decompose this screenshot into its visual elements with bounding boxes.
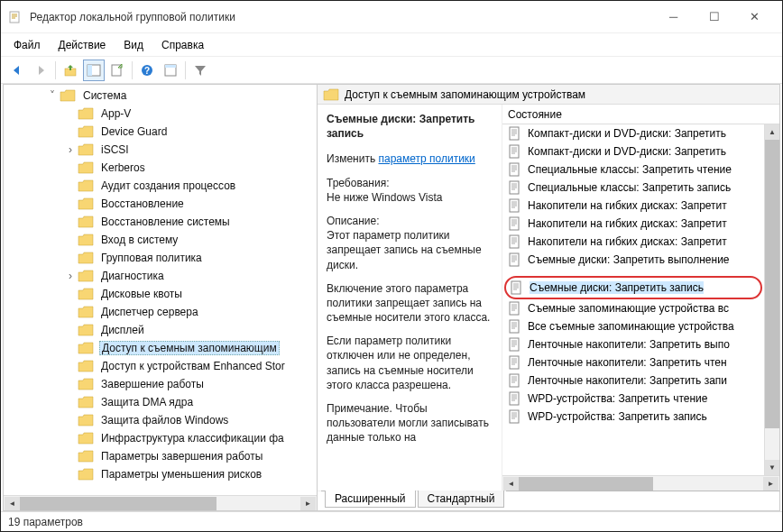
policy-item[interactable]: Съемные запоминающие устройства вс xyxy=(502,299,764,317)
tree-node[interactable]: Доступ к съемным запоминающим xyxy=(65,339,317,357)
maximize-button[interactable]: ☐ xyxy=(694,5,734,30)
svg-rect-8 xyxy=(165,65,176,68)
back-button[interactable] xyxy=(6,60,28,81)
policy-hscroll[interactable]: ◄ ► xyxy=(502,475,779,491)
description-panel: Cъемные диски: Запретить запись Изменить… xyxy=(318,105,502,491)
tree-node[interactable]: Параметры уменьшения рисков xyxy=(65,465,317,483)
menu-bar: Файл Действие Вид Справка xyxy=(1,33,782,57)
show-hide-tree-button[interactable] xyxy=(83,60,105,81)
tree-node[interactable]: Аудит создания процессов xyxy=(65,177,317,195)
col-state[interactable]: Состояние xyxy=(508,108,774,121)
description-p1: Этот параметр политики запрещает запись … xyxy=(327,229,482,271)
policy-item[interactable]: Специальные классы: Запретить запись xyxy=(502,179,764,197)
svg-rect-3 xyxy=(88,65,92,76)
main-content: ˅СистемаApp-VDevice Guard›iSCSIKerberosА… xyxy=(3,84,780,511)
tab-standard[interactable]: Стандартный xyxy=(418,491,505,508)
close-button[interactable]: ✕ xyxy=(734,5,775,30)
policy-item[interactable]: WPD-устройства: Запретить запись xyxy=(502,408,764,426)
policy-item[interactable]: Cъемные диски: Запретить выполнение xyxy=(502,251,764,269)
policy-item[interactable]: Накопители на гибких дисках: Запретит xyxy=(502,233,764,251)
toolbar: ? xyxy=(1,57,782,84)
description-p3: Если параметр политики отключен или не о… xyxy=(327,334,493,392)
tree-node[interactable]: Дисковые квоты xyxy=(65,285,317,303)
tree-node[interactable]: Завершение работы xyxy=(65,375,317,393)
filter-button[interactable] xyxy=(189,60,211,81)
policy-item[interactable]: Накопители на гибких дисках: Запретит xyxy=(502,197,764,215)
folder-tree[interactable]: ˅СистемаApp-VDevice Guard›iSCSIKerberosА… xyxy=(4,87,317,483)
tree-node[interactable]: Защита DMA ядра xyxy=(65,393,317,411)
policy-vscroll[interactable]: ▲ ▼ xyxy=(764,124,779,475)
status-bar: 19 параметров xyxy=(1,511,782,531)
tree-node[interactable]: Инфраструктура классификации фа xyxy=(65,429,317,447)
policy-item[interactable]: Все съемные запоминающие устройства xyxy=(502,317,764,335)
status-text: 19 параметров xyxy=(8,516,83,528)
policy-list-panel: Состояние Компакт-диски и DVD-диски: Зап… xyxy=(502,105,779,491)
detail-pane: Доступ к съемным запоминающим устройства… xyxy=(318,85,779,510)
minimize-button[interactable]: ─ xyxy=(653,5,694,30)
policy-item[interactable]: Специальные классы: Запретить чтение xyxy=(502,161,764,179)
column-headers[interactable]: Состояние xyxy=(502,105,779,124)
policy-item[interactable]: Ленточные накопители: Запретить выпо xyxy=(502,335,764,353)
window-title: Редактор локальной групповой политики xyxy=(30,11,653,23)
properties-button[interactable] xyxy=(160,60,181,81)
description-label: Описание: xyxy=(327,215,380,227)
policy-item[interactable]: Ленточные накопители: Запретить чтен xyxy=(502,353,764,371)
view-tabs: Расширенный Стандартный xyxy=(318,491,779,510)
policy-item[interactable]: Ленточные накопители: Запретить запи xyxy=(502,371,764,390)
tree-node[interactable]: Защита файлов Windows xyxy=(65,411,317,429)
svg-rect-0 xyxy=(10,12,19,23)
edit-label: Изменить xyxy=(327,152,375,165)
edit-policy-link[interactable]: параметр политики xyxy=(378,152,474,165)
policy-item-highlighted[interactable]: Cъемные диски: Запретить запись xyxy=(504,276,762,299)
menu-file[interactable]: Файл xyxy=(6,35,48,55)
requirements-text: Не ниже Windows Vista xyxy=(327,191,443,204)
description-p2: Включение этого параметра политики запре… xyxy=(327,281,493,326)
forward-button[interactable] xyxy=(30,60,51,81)
tree-node[interactable]: Device Guard xyxy=(65,123,317,141)
tree-hscroll[interactable]: ◄ ► xyxy=(4,495,317,510)
tree-node[interactable]: Дисплей xyxy=(65,321,317,339)
tree-node-system[interactable]: ˅Система xyxy=(47,87,317,105)
requirements-label: Требования: xyxy=(327,177,390,189)
detail-header-text: Доступ к съемным запоминающим устройства… xyxy=(345,88,585,101)
policy-item[interactable]: Накопители на гибких дисках: Запретит xyxy=(502,215,764,233)
tree-node[interactable]: Восстановление системы xyxy=(65,213,317,231)
up-button[interactable] xyxy=(60,60,81,81)
menu-view[interactable]: Вид xyxy=(116,35,151,55)
selected-policy-title: Cъемные диски: Запретить запись xyxy=(327,112,493,141)
title-bar: Редактор локальной групповой политики ─ … xyxy=(1,1,782,33)
detail-header: Доступ к съемным запоминающим устройства… xyxy=(318,85,779,105)
app-icon xyxy=(8,10,23,24)
tree-node[interactable]: ›iSCSI xyxy=(65,141,317,159)
policy-item[interactable]: Компакт-диски и DVD-диски: Запретить xyxy=(502,124,764,142)
tree-node[interactable]: ›Диагностика xyxy=(65,267,317,285)
tree-node[interactable]: Kerberos xyxy=(65,159,317,177)
tree-node[interactable]: Восстановление xyxy=(65,195,317,213)
tree-node[interactable]: Групповая политика xyxy=(65,249,317,267)
export-button[interactable] xyxy=(106,60,128,81)
svg-text:?: ? xyxy=(144,66,150,76)
menu-action[interactable]: Действие xyxy=(51,35,114,55)
tree-node[interactable]: Вход в систему xyxy=(65,231,317,249)
tab-extended[interactable]: Расширенный xyxy=(325,491,416,508)
tree-node[interactable]: Доступ к устройствам Enhanced Stor xyxy=(65,357,317,375)
tree-node[interactable]: Параметры завершения работы xyxy=(65,447,317,465)
tree-node[interactable]: Диспетчер сервера xyxy=(65,303,317,321)
policy-list[interactable]: Компакт-диски и DVD-диски: ЗапретитьКомп… xyxy=(502,124,764,475)
tree-node[interactable]: App-V xyxy=(65,105,317,123)
policy-item[interactable]: WPD-устройства: Запретить чтение xyxy=(502,390,764,408)
tree-pane: ˅СистемаApp-VDevice Guard›iSCSIKerberosА… xyxy=(4,85,318,510)
description-p4: Примечание. Чтобы пользователи могли зап… xyxy=(327,401,493,445)
help-button[interactable]: ? xyxy=(136,60,158,81)
policy-item[interactable]: Компакт-диски и DVD-диски: Запретить xyxy=(502,142,764,161)
menu-help[interactable]: Справка xyxy=(154,35,211,55)
